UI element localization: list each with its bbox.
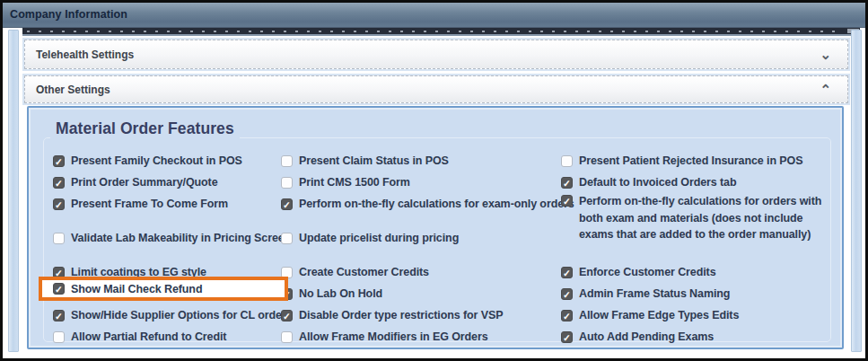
checkbox-label: Present Frame To Come Form [71,198,228,210]
chevron-up-icon[interactable]: ⌃ [820,83,831,96]
accordion-telehealth-settings[interactable]: Telehealth Settings ⌄ [24,40,848,69]
checkbox-row[interactable]: Present Claim Status in POS [281,150,561,172]
checkbox-row[interactable]: Update pricelist during pricing [281,227,561,249]
checkbox-label: Admin Frame Status Naming [579,287,730,300]
dash-pattern [27,31,842,32]
checkbox-label: Allow Frame Edge Types Edits [579,309,739,321]
checkbox-checked-icon[interactable]: ✓ [561,331,573,343]
checkbox-checked-icon[interactable]: ✓ [561,267,573,278]
checkbox-unchecked-icon[interactable] [281,155,293,167]
checkbox-unchecked-icon[interactable] [561,155,573,167]
accordion-label: Other Settings [36,84,110,96]
checkbox-row[interactable]: Present Patient Rejected Insurance in PO… [561,150,827,172]
checkbox-checked-icon[interactable]: ✓ [561,288,573,300]
checkbox-row[interactable]: ✓Perform on-the-fly calculations for exa… [281,193,561,215]
checkbox-checked-icon[interactable]: ✓ [561,177,573,189]
checkbox-row[interactable]: ✓Show/Hide Supplier Options for CL order… [53,304,281,326]
checkbox-label: Perform on-the-fly calculations for exam… [299,198,574,210]
chevron-down-icon[interactable]: ⌄ [820,48,831,61]
checkbox-row[interactable]: Allow Partial Refund to Credit [53,326,281,348]
checkbox-label: Print CMS 1500 Form [299,176,410,189]
checkbox-checked-icon[interactable]: ✓ [281,310,293,321]
accordion-label: Telehealth Settings [36,48,134,61]
checkbox-checked-icon[interactable]: ✓ [53,177,65,189]
checkbox-row[interactable]: Create Customer Credits [281,261,561,283]
checkbox-row-highlighted[interactable]: ✓Show Mail Check Refund [39,277,288,301]
dashed-divider-strip [22,28,860,36]
checkbox-row[interactable]: ✓Enforce Customer Credits [561,261,827,283]
checkbox-label: Validate Lab Makeability in Pricing Scre… [71,232,291,244]
checkbox-label: Auto Add Pending Exams [579,330,714,343]
checkbox-label: Present Claim Status in POS [299,154,449,167]
checkbox-checked-icon[interactable]: ✓ [53,198,65,210]
scrollbar-track[interactable] [851,30,862,352]
checkbox-label: Enforce Customer Credits [579,266,716,278]
checkbox-label: Show Mail Check Refund [71,283,202,295]
checkbox-label: Create Customer Credits [299,266,429,278]
checkbox-row[interactable]: ✓Admin Frame Status Naming [561,283,827,304]
checkbox-row[interactable]: ✓Print Order Summary/Quote [53,172,281,193]
left-panel-edge-strip [8,30,19,352]
checkbox-label: Allow Frame Modifiers in EG Orders [299,330,488,343]
checkbox-row[interactable]: ✓No Lab On Hold [281,283,561,304]
checkbox-unchecked-icon[interactable] [281,331,293,343]
checkbox-row[interactable]: Validate Lab Makeability in Pricing Scre… [53,227,281,249]
checkbox-label: Default to Invoiced Orders tab [579,176,737,189]
accordion-other-settings[interactable]: Other Settings ⌃ [24,75,848,103]
checkbox-label: Allow Partial Refund to Credit [71,330,226,343]
checkbox-row[interactable]: ✓Auto Add Pending Exams [561,326,827,348]
checkbox-unchecked-icon[interactable] [281,233,293,244]
checkbox-checked-icon[interactable]: ✓ [561,195,573,207]
checkbox-unchecked-icon[interactable] [281,177,293,189]
checkbox-label: Show/Hide Supplier Options for CL orders [71,309,292,321]
checkbox-unchecked-icon[interactable] [53,233,65,244]
checkbox-row[interactable]: ✓Default to Invoiced Orders tab [561,172,827,193]
checkbox-label: Perform on-the-fly calculations for orde… [579,193,827,243]
checkbox-checked-icon[interactable]: ✓ [281,198,293,210]
window-title: Company Information [10,3,127,27]
checkbox-row[interactable]: ✓Allow Frame Edge Types Edits [561,304,827,326]
checkbox-checked-icon[interactable]: ✓ [53,310,65,321]
checkbox-checked-icon[interactable]: ✓ [53,283,65,295]
material-order-features-fieldset: ✓Present Family Checkout in POS✓Print Or… [43,137,831,342]
section-title: Material Order Features [50,119,240,138]
checkbox-label: Print Order Summary/Quote [71,176,218,189]
other-settings-panel: Material Order Features ✓Present Family … [27,106,844,349]
checkbox-label: Present Patient Rejected Insurance in PO… [579,154,802,167]
checkbox-row[interactable]: Allow Frame Modifiers in EG Orders [281,326,561,348]
checkbox-row[interactable]: ✓Present Family Checkout in POS [53,150,281,172]
checkbox-label: Update pricelist during pricing [299,232,459,244]
checkbox-grid: ✓Present Family Checkout in POS✓Print Or… [53,150,827,348]
checkbox-label: Disable Order type restrictions for VSP [299,309,503,321]
company-information-window: Company Information Telehealth Settings … [0,0,868,361]
checkbox-unchecked-icon[interactable] [53,331,65,343]
checkbox-label: Present Family Checkout in POS [71,154,242,167]
checkbox-row[interactable]: Print CMS 1500 Form [281,172,561,193]
checkbox-checked-icon[interactable]: ✓ [561,310,573,321]
checkbox-row[interactable]: ✓Disable Order type restrictions for VSP [281,304,561,326]
checkbox-row[interactable]: ✓Present Frame To Come Form [53,193,281,215]
window-titlebar: Company Information [3,3,865,28]
checkbox-row[interactable]: ✓Perform on-the-fly calculations for ord… [561,193,827,243]
checkbox-label: No Lab On Hold [299,287,382,300]
checkbox-checked-icon[interactable]: ✓ [53,155,65,167]
